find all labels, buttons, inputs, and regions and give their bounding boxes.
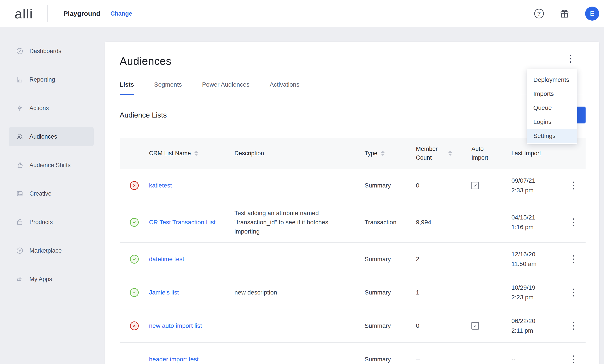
last-import: 06/22/202:11 pm [511,316,562,336]
crm-list-name-link[interactable]: Jamie's list [149,288,234,297]
sort-icon[interactable] [194,151,198,156]
avatar[interactable]: E [585,7,599,21]
column-header-crm-list-name[interactable]: CRM List Name [149,149,234,158]
member-count: 0 [416,322,471,329]
audience-lists-table: CRM List NameDescriptionTypeMember Count… [120,138,586,364]
list-type: Summary [365,356,416,363]
table-row: katietestSummary009/07/212:33 pm [120,169,586,202]
column-header-auto-import: Auto Import [471,145,511,162]
apps-grid-icon [16,275,24,283]
table-header-row: CRM List NameDescriptionTypeMember Count… [120,138,586,169]
crm-list-name-link[interactable]: katietest [149,181,234,190]
import-success-icon [130,218,139,227]
member-count: 2 [416,256,471,263]
sidebar-item-actions[interactable]: Actions [9,98,94,118]
topbar: alli Playground Change ? E [0,0,604,27]
sidebar-item-label: Dashboards [29,48,62,55]
gift-icon[interactable] [559,8,570,19]
sidebar-item-reporting[interactable]: Reporting [9,70,94,89]
sidebar-item-label: Reporting [29,76,55,83]
member-count: -- [416,356,471,363]
crm-list-name-link[interactable]: new auto import list [149,321,234,330]
sidebar-item-label: Audiences [29,133,57,140]
table-row: header import testSummary---- [120,343,586,364]
tab-lists[interactable]: Lists [120,81,134,95]
menu-item-settings[interactable]: Settings [527,129,577,143]
sort-icon[interactable] [448,151,452,156]
sidebar-item-audience-shifts[interactable]: Audience Shifts [9,156,94,175]
member-count: 1 [416,289,471,296]
column-header-last-import: Last Import [511,149,562,158]
topbar-actions: ? E [534,7,604,21]
list-description: Test adding an attribute named "transact… [234,208,365,236]
row-kebab-menu-icon[interactable] [569,287,579,298]
sidebar-item-dashboards[interactable]: Dashboards [9,41,94,61]
last-import: -- [511,355,562,364]
page-kebab-menu-icon[interactable] [565,53,576,64]
sidebar-item-label: Products [29,219,53,226]
row-kebab-menu-icon[interactable] [569,180,579,191]
compass-icon [16,247,24,254]
list-type: Summary [365,182,416,189]
tab-activations[interactable]: Activations [270,81,299,95]
menu-item-logins[interactable]: Logins [527,115,577,129]
list-type: Transaction [365,219,416,226]
table-row: CR Test Transaction ListTest adding an a… [120,202,586,243]
list-type: Summary [365,289,416,296]
sort-icon[interactable] [381,151,385,156]
sidebar-item-label: Audience Shifts [29,162,71,169]
sidebar: DashboardsReportingActionsAudiencesAudie… [0,27,105,364]
row-kebab-menu-icon[interactable] [569,217,579,228]
sidebar-item-label: Actions [29,105,49,112]
sidebar-item-marketplace[interactable]: Marketplace [9,241,94,260]
lightning-bolt-icon [16,104,24,112]
sidebar-item-my-apps[interactable]: My Apps [9,269,94,289]
bar-chart-icon [16,76,24,83]
crm-list-name-link[interactable]: CR Test Transaction List [149,218,234,227]
sidebar-item-audiences[interactable]: Audiences [9,127,94,146]
people-icon [16,133,24,140]
help-icon[interactable]: ? [534,9,544,18]
alli-logo: alli [15,6,33,22]
last-import: 10/29/192:23 pm [511,283,562,302]
image-icon [16,190,24,197]
auto-import-checkbox[interactable] [471,322,479,329]
row-kebab-menu-icon[interactable] [569,254,579,265]
sidebar-item-products[interactable]: Products [9,212,94,232]
tab-segments[interactable]: Segments [154,81,182,95]
list-type: Summary [365,256,416,263]
menu-item-deployments[interactable]: Deployments [527,73,577,87]
thumbs-up-icon [16,161,24,169]
import-success-icon [130,255,139,264]
last-import: 09/07/212:33 pm [511,176,562,195]
row-kebab-menu-icon[interactable] [569,320,579,332]
tab-power-audiences[interactable]: Power Audiences [202,81,249,95]
column-header-description: Description [234,149,365,158]
workspace-name: Playground [63,10,100,17]
auto-import-checkbox[interactable] [471,182,479,189]
table-row: new auto import listSummary006/22/202:11… [120,309,586,343]
shopping-bag-icon [16,218,24,226]
member-count: 9,994 [416,219,471,226]
table-body: katietestSummary009/07/212:33 pmCR Test … [120,169,586,364]
audiences-tabs: ListsSegmentsPower AudiencesActivations [105,81,599,95]
change-workspace-link[interactable]: Change [110,10,132,17]
sidebar-item-label: Creative [29,190,51,197]
logo-container: alli [0,0,48,27]
row-kebab-menu-icon[interactable] [569,354,579,364]
column-header-member-count[interactable]: Member Count [416,145,471,162]
crm-list-name-link[interactable]: header import test [149,355,234,364]
menu-item-queue[interactable]: Queue [527,101,577,115]
member-count: 0 [416,182,471,189]
sidebar-item-creative[interactable]: Creative [9,184,94,203]
last-import: 12/16/2011:50 am [511,250,562,269]
menu-item-imports[interactable]: Imports [527,87,577,101]
last-import: 04/15/211:16 pm [511,213,562,232]
import-error-icon [130,181,139,190]
page-title: Audiences [120,55,586,68]
import-success-icon [130,288,139,297]
import-error-icon [130,321,139,330]
page-kebab-dropdown: DeploymentsImportsQueueLoginsSettings [527,69,577,144]
crm-list-name-link[interactable]: datetime test [149,255,234,264]
column-header-type[interactable]: Type [365,149,416,158]
